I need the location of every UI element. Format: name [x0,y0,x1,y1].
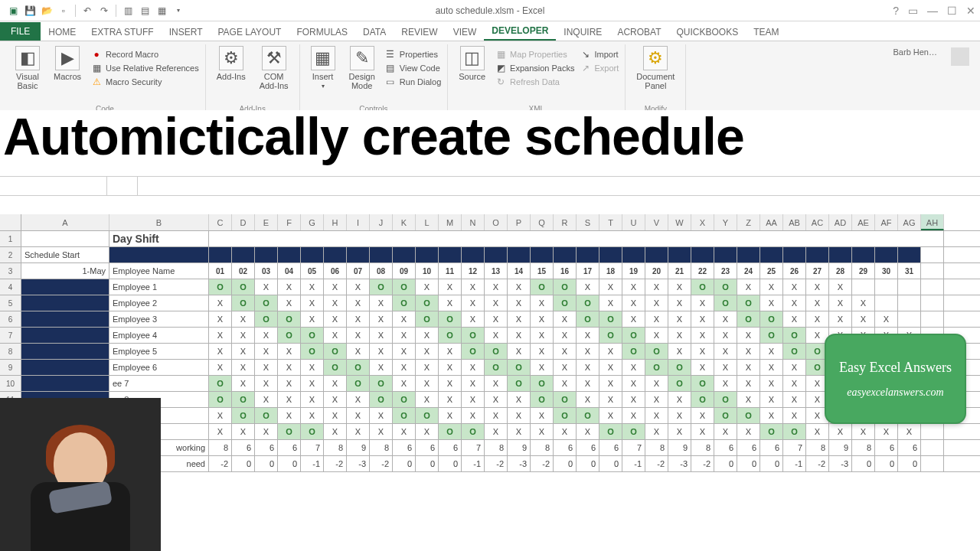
cell[interactable]: 8 [324,440,347,455]
cell[interactable]: X [691,360,714,375]
cell[interactable]: 8 [485,440,508,455]
cell[interactable]: X [347,328,370,343]
cell[interactable] [21,344,109,359]
cell[interactable]: X [370,424,393,439]
cell[interactable]: X [416,360,439,375]
cell[interactable]: X [668,328,691,343]
cell[interactable]: X [370,295,393,311]
cell[interactable]: X [416,279,439,295]
cell[interactable]: O [232,279,255,295]
cell[interactable]: X [393,360,416,375]
qat-icon-2[interactable]: ▤ [138,4,152,18]
cell[interactable]: X [485,328,508,343]
cell[interactable]: X [278,408,301,423]
col-header-AB[interactable]: AB [783,214,806,230]
cell[interactable]: X [737,279,760,295]
cell[interactable]: O [347,360,370,375]
row-header[interactable]: 1 [0,231,21,246]
cell[interactable]: X [255,360,278,375]
cell[interactable]: O [209,279,232,295]
insert-control-button[interactable]: ▦Insert▾ [306,44,340,92]
cell[interactable]: -1 [783,456,806,471]
col-header-W[interactable]: W [668,214,691,230]
cell[interactable] [21,376,109,391]
close-icon[interactable]: ✕ [966,5,975,17]
col-header-A[interactable]: A [21,214,109,230]
cell[interactable]: 0 [714,456,737,471]
cell[interactable] [783,247,806,262]
col-header-M[interactable]: M [439,214,462,230]
cell[interactable]: X [714,376,737,391]
cell[interactable]: X [783,295,806,311]
cell[interactable] [875,247,898,262]
cell[interactable]: X [599,295,622,311]
cell[interactable]: 09 [393,263,416,279]
cell[interactable]: O [714,408,737,423]
cell[interactable]: 0 [760,456,783,471]
cell[interactable]: 11 [439,263,462,279]
source-button[interactable]: ◫Source [454,44,490,89]
cell[interactable]: X [577,344,599,359]
tab-review[interactable]: REVIEW [394,24,445,41]
tab-developer[interactable]: DEVELOPER [484,22,556,41]
cell[interactable]: X [393,424,416,439]
cell[interactable]: Employee 2 [109,295,209,311]
cell[interactable]: X [737,376,760,391]
cell[interactable]: X [508,344,531,359]
cell[interactable]: X [209,408,232,423]
cell[interactable]: X [301,408,324,423]
cell[interactable]: X [209,424,232,439]
cell[interactable]: 9 [508,440,531,455]
cell[interactable] [347,231,370,246]
cell[interactable]: O [531,376,554,391]
cell[interactable]: X [255,344,278,359]
cell[interactable] [301,231,324,246]
cell[interactable]: O [622,328,645,343]
cell[interactable] [554,247,577,262]
cell[interactable]: 6 [714,440,737,455]
cell[interactable] [554,231,577,246]
cell[interactable] [324,247,347,262]
select-all-corner[interactable] [0,214,21,230]
cell[interactable]: X [485,311,508,327]
cell[interactable]: X [760,295,783,311]
cell[interactable]: X [485,408,508,423]
cell[interactable]: Employee 6 [109,360,209,375]
cell[interactable]: X [783,279,806,295]
col-header-Q[interactable]: Q [531,214,554,230]
cell[interactable]: X [370,344,393,359]
visual-basic-button[interactable]: ◧Visual Basic [11,44,44,92]
cell[interactable]: X [691,424,714,439]
cell[interactable] [577,231,599,246]
cell[interactable]: X [599,392,622,407]
cell[interactable]: O [714,295,737,311]
cell[interactable]: X [577,376,599,391]
cell[interactable] [921,456,944,471]
cell[interactable]: X [531,408,554,423]
cell[interactable]: X [577,279,599,295]
cell[interactable]: O [232,408,255,423]
cell[interactable]: X [668,344,691,359]
cell[interactable]: O [278,424,301,439]
cell[interactable]: O [737,295,760,311]
cell[interactable]: X [622,392,645,407]
cell[interactable] [232,247,255,262]
cell[interactable]: X [370,328,393,343]
cell[interactable]: X [668,408,691,423]
cell[interactable]: X [347,408,370,423]
view-code-button[interactable]: ▤View Code [384,61,441,75]
cell[interactable]: O [255,408,278,423]
cell[interactable]: X [255,328,278,343]
cell[interactable] [21,328,109,343]
cell[interactable]: -3 [829,456,852,471]
cell[interactable]: O [783,328,806,343]
cell[interactable]: 15 [531,263,554,279]
cell[interactable]: 20 [645,263,668,279]
cell[interactable]: 8 [691,440,714,455]
col-header-X[interactable]: X [691,214,714,230]
cell[interactable]: X [439,344,462,359]
tab-inquire[interactable]: INQUIRE [556,24,609,41]
cell[interactable] [622,231,645,246]
cell[interactable]: X [806,279,829,295]
cell[interactable] [921,295,944,311]
